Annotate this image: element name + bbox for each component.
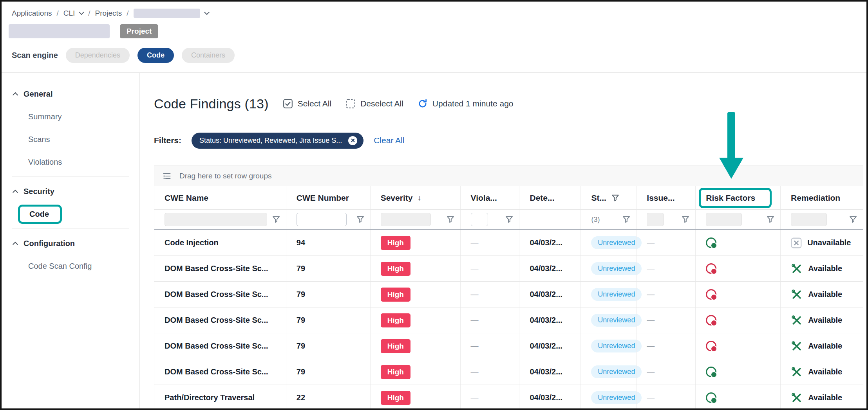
status-badge: Unreviewed	[591, 314, 642, 327]
main-panel: Code Findings (13) Select All Deselect A…	[140, 73, 866, 408]
chevron-up-icon	[13, 190, 18, 195]
column-header-detected[interactable]: Dete...	[519, 186, 580, 209]
violation-cell: —	[471, 290, 479, 299]
cwe-number-cell: 79	[297, 342, 305, 351]
sort-desc-icon[interactable]: ↓	[417, 193, 421, 202]
row-group-hint: Drag here to set row groups	[179, 172, 272, 180]
column-header-violation[interactable]: Viola...	[460, 186, 519, 209]
remediation-cell: Available	[780, 282, 863, 307]
sidebar-item-code[interactable]: Code	[2, 203, 139, 225]
filter-funnel-icon[interactable]	[611, 194, 620, 202]
redacted-project-name[interactable]	[134, 9, 200, 18]
filter-chip-label: Status: Unreviewed, Reviewed, Jira Issue…	[199, 137, 342, 145]
deselect-all-button[interactable]: Deselect All	[345, 99, 403, 109]
risk-factors-filter-input[interactable]	[706, 213, 742, 226]
risk-factor-icon[interactable]	[706, 315, 716, 325]
severity-badge: High	[381, 339, 410, 353]
cwe-number-filter-input[interactable]	[297, 213, 347, 226]
column-header-cwe-number[interactable]: CWE Number	[286, 186, 370, 209]
table-row[interactable]: DOM Based Cross-Site Sc... 79 High — 04/…	[154, 359, 863, 385]
cwe-name-filter-input[interactable]	[165, 213, 267, 226]
column-label: Viola...	[471, 193, 497, 203]
risk-factor-icon[interactable]	[706, 289, 716, 300]
filter-funnel-icon[interactable]	[766, 215, 775, 224]
checkbox-checked-icon	[283, 99, 293, 109]
remediation-cell: Available	[780, 256, 863, 281]
column-header-issue[interactable]: Issue...	[636, 186, 695, 209]
remediation-label: Available	[808, 316, 842, 325]
sidebar-section-general[interactable]: General	[2, 83, 139, 105]
severity-badge: High	[381, 391, 410, 405]
issue-filter-input[interactable]	[647, 213, 664, 226]
severity-filter-input[interactable]	[381, 213, 431, 226]
table-row[interactable]: DOM Based Cross-Site Sc... 79 High — 04/…	[154, 333, 863, 359]
table-row[interactable]: DOM Based Cross-Site Sc... 79 High — 04/…	[154, 256, 863, 282]
risk-factor-icon[interactable]	[706, 392, 716, 403]
remove-filter-icon[interactable]	[348, 136, 357, 145]
remediation-cell: Available	[780, 308, 863, 333]
column-label: Issue...	[647, 193, 675, 203]
column-header-status[interactable]: St...	[580, 186, 636, 209]
column-header-risk-factors[interactable]: Risk Factors	[695, 186, 780, 209]
filter-funnel-icon[interactable]	[446, 215, 455, 224]
status-filter-count[interactable]: (3)	[591, 216, 600, 224]
sidebar-item-summary[interactable]: Summary	[2, 105, 139, 128]
risk-factor-icon[interactable]	[706, 367, 716, 377]
filter-cell-cwe-name	[154, 210, 286, 229]
filter-funnel-icon[interactable]	[505, 215, 514, 224]
risk-factor-icon[interactable]	[706, 237, 716, 248]
table-row[interactable]: Code Injection 94 High — 04/03/2... Unre…	[154, 230, 863, 256]
sidebar-item-label: Violations	[28, 158, 62, 167]
updated-label: Updated 1 minute ago	[432, 99, 514, 108]
project-type-badge: Project	[120, 24, 158, 38]
chevron-down-icon[interactable]	[79, 9, 84, 15]
chevron-down-icon[interactable]	[204, 9, 209, 15]
breadcrumb-cli[interactable]: CLI	[63, 9, 75, 18]
risk-factor-icon[interactable]	[706, 341, 716, 351]
sidebar: General Summary Scans Violations Securit…	[2, 73, 140, 408]
filter-funnel-icon[interactable]	[272, 215, 280, 224]
risk-factor-icon[interactable]	[706, 263, 716, 274]
scan-engine-dependencies[interactable]: Dependencies	[66, 48, 130, 63]
row-groups-icon	[162, 171, 172, 181]
violation-filter-input[interactable]	[471, 213, 488, 226]
sidebar-section-label: Configuration	[24, 239, 75, 248]
table-row[interactable]: DOM Based Cross-Site Sc... 79 High — 04/…	[154, 308, 863, 333]
status-filter-chip[interactable]: Status: Unreviewed, Reviewed, Jira Issue…	[192, 133, 363, 149]
sidebar-item-scans[interactable]: Scans	[2, 128, 139, 151]
column-header-cwe-name[interactable]: CWE Name	[154, 186, 286, 209]
remediation-filter-input[interactable]	[791, 213, 827, 226]
filter-funnel-icon[interactable]	[849, 215, 857, 224]
sidebar-item-violations[interactable]: Violations	[2, 151, 139, 173]
cwe-name-cell: DOM Based Cross-Site Sc...	[165, 264, 268, 273]
sidebar-section-security[interactable]: Security	[2, 180, 139, 203]
breadcrumb-separator: /	[88, 9, 90, 18]
breadcrumb-projects[interactable]: Projects	[95, 9, 122, 18]
table-row[interactable]: Path/Directory Traversal 22 High — 04/03…	[154, 385, 863, 410]
table-row[interactable]: DOM Based Cross-Site Sc... 79 High — 04/…	[154, 282, 863, 308]
detected-date-cell: 04/03/2...	[530, 367, 562, 376]
refresh-icon[interactable]	[418, 99, 428, 109]
detected-date-cell: 04/03/2...	[530, 238, 562, 247]
sidebar-item-code-scan-config[interactable]: Code Scan Config	[2, 255, 139, 277]
cwe-number-cell: 79	[297, 367, 305, 376]
filter-funnel-icon[interactable]	[356, 215, 365, 224]
remediation-label: Available	[808, 342, 842, 351]
breadcrumb-applications[interactable]: Applications	[12, 9, 52, 18]
scan-engine-containers[interactable]: Containers	[182, 48, 235, 63]
filter-funnel-icon[interactable]	[622, 215, 631, 224]
remediation-tools-icon	[791, 392, 803, 404]
cwe-name-cell: DOM Based Cross-Site Sc...	[165, 290, 268, 299]
sidebar-item-code-highlight[interactable]: Code	[18, 205, 62, 224]
column-header-severity[interactable]: Severity ↓	[370, 186, 460, 209]
issue-cell: —	[647, 264, 655, 273]
table-filter-row: (3)	[154, 210, 863, 230]
clear-all-filters-link[interactable]: Clear All	[374, 136, 404, 145]
select-all-button[interactable]: Select All	[283, 99, 331, 109]
filter-funnel-icon[interactable]	[681, 215, 690, 224]
scan-engine-code[interactable]: Code	[137, 48, 174, 63]
sidebar-section-configuration[interactable]: Configuration	[2, 232, 139, 255]
row-group-dropzone[interactable]: Drag here to set row groups	[154, 166, 863, 186]
filters-row: Filters: Status: Unreviewed, Reviewed, J…	[154, 132, 866, 149]
column-header-remediation[interactable]: Remediation	[780, 186, 863, 209]
